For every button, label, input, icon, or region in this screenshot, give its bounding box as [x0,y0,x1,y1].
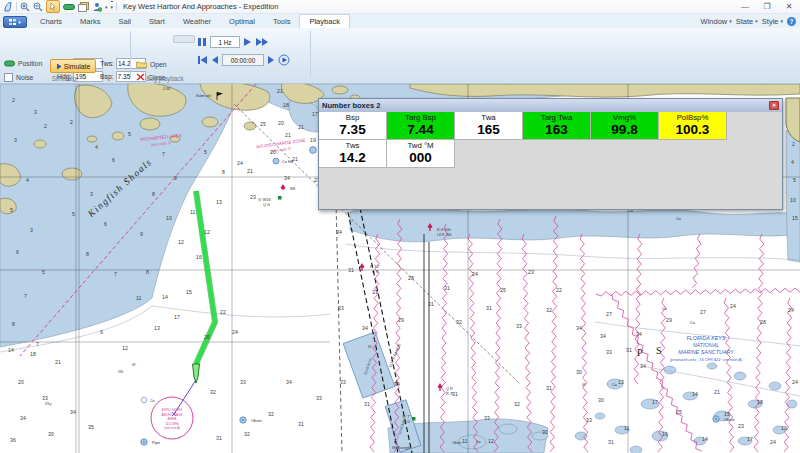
group-label-simulator: Simulator [20,75,110,82]
tab-marks[interactable]: Marks [71,14,109,28]
number-box-bsp[interactable]: Bsp7.35 [319,112,387,140]
loop-play-button[interactable] [278,54,290,66]
maximize-button[interactable]: ❐ [756,0,778,13]
playback-rate-box[interactable]: 1 Hz [210,36,240,48]
svg-text:33: 33 [240,379,246,385]
svg-text:31: 31 [372,289,378,295]
qat-customize-icon[interactable]: ▾ [111,1,114,13]
title-bar[interactable]: ▾ ▾ Key West Harbor And Approaches - Exp… [0,0,800,14]
tab-playback[interactable]: Playback [299,14,349,28]
menu-style[interactable]: Style▾ [762,17,783,26]
number-box-label: PolBsp% [659,112,726,122]
svg-text:33: 33 [340,379,346,385]
svg-text:13: 13 [154,325,160,331]
number-box-tws[interactable]: Tws14.2 [319,140,387,168]
divider [16,2,17,11]
tab-weather[interactable]: Weather [174,14,220,28]
svg-text:21: 21 [292,156,298,162]
number-box-label: Bsp [319,112,386,122]
svg-text:33: 33 [586,417,592,423]
skip-to-start-button[interactable] [197,55,208,65]
number-boxes-panel[interactable]: Number boxes 2 ✕ Bsp7.35Targ Bsp7.44Twa1… [318,98,783,210]
tab-start[interactable]: Start [140,14,174,28]
number-box-label: Twd °M [387,140,454,150]
number-box-value: 7.44 [387,122,454,139]
number-box-label: Tws [319,140,386,150]
user-settings-icon[interactable] [92,1,102,12]
svg-text:5: 5 [793,177,796,183]
svg-text:31: 31 [298,421,304,427]
svg-text:Pipe: Pipe [152,440,161,445]
tab-optimal[interactable]: Optimal [220,14,264,28]
position-toggle[interactable]: Position [4,60,42,67]
svg-text:2: 2 [792,141,795,147]
svg-text:7: 7 [114,271,117,277]
step-back-button[interactable] [211,55,219,65]
svg-text:31: 31 [428,301,434,307]
boat-track-icon[interactable] [63,1,75,12]
menu-state[interactable]: State▾ [736,17,758,26]
svg-text:34: 34 [20,415,26,421]
minimize-button[interactable]: — [734,0,756,13]
play-button[interactable] [243,37,252,47]
charts-layer-icon[interactable] [78,1,89,12]
number-box-polbsp-[interactable]: PolBsp%100.3 [659,112,727,140]
close-button[interactable]: ✕ [778,0,800,13]
help-button[interactable]: ? [787,17,796,26]
svg-text:25: 25 [500,287,506,293]
panel-close-button[interactable]: ✕ [769,101,779,110]
number-box-twd-m[interactable]: Twd °M000 [387,140,455,168]
playback-time-box[interactable]: 00:00:00 [222,54,264,66]
svg-text:9: 9 [100,329,103,335]
zoom-in-icon[interactable] [20,1,30,12]
svg-text:16: 16 [662,431,668,437]
svg-text:Q G: Q G [403,420,410,424]
fast-forward-button[interactable] [255,37,269,47]
svg-text:EXPLOSIVES: EXPLOSIVES [162,408,184,412]
svg-text:24: 24 [730,303,736,309]
number-boxes-titlebar[interactable]: Number boxes 2 ✕ [319,99,782,112]
svg-text:9: 9 [140,231,143,237]
svg-text:12: 12 [178,239,184,245]
svg-text:23: 23 [528,269,534,275]
svg-text:18: 18 [283,102,289,108]
svg-text:36: 36 [10,437,16,443]
svg-text:Subm pile: Subm pile [196,94,211,98]
number-box-value: 14.2 [319,150,386,167]
svg-text:21: 21 [298,124,304,130]
svg-text:12: 12 [204,229,210,235]
step-forward-button[interactable] [267,55,275,65]
number-box-vmg-[interactable]: Vmg%99.8 [591,112,659,140]
svg-text:R G 30ft: R G 30ft [437,228,450,232]
svg-text:33: 33 [42,395,48,401]
svg-text:34: 34 [336,229,342,235]
svg-text:13: 13 [618,379,624,385]
chevron-down-icon: ▾ [18,19,21,25]
svg-text:20: 20 [278,120,284,126]
tab-sail[interactable]: Sail [110,14,141,28]
svg-text:21: 21 [55,359,61,365]
qat-dropdown-icon[interactable]: ▾ [105,1,108,12]
svg-text:G 'W16': G 'W16' [258,198,272,202]
number-box-targ-bsp[interactable]: Targ Bsp7.44 [387,112,455,140]
pause-button[interactable] [197,37,207,47]
simulate-button[interactable]: Simulate [50,59,96,73]
number-box-value: 7.35 [319,122,386,139]
number-box-twa[interactable]: Twa165 [455,112,523,140]
svg-text:3: 3 [90,191,93,197]
svg-text:17: 17 [747,436,753,442]
app-menu-button[interactable]: ▾ [3,16,27,28]
pan-tool-icon[interactable] [46,0,60,13]
number-box-targ-twa[interactable]: Targ Twa163 [523,112,591,140]
menu-window[interactable]: Window▾ [701,17,732,26]
svg-text:8: 8 [86,251,89,257]
svg-text:28: 28 [408,275,414,281]
svg-text:10: 10 [790,197,796,203]
zoom-out-icon[interactable] [33,1,43,12]
open-log-button[interactable]: Open [136,60,167,68]
tab-charts[interactable]: Charts [31,14,71,28]
tab-tools[interactable]: Tools [264,14,300,28]
number-box-value: 100.3 [659,122,726,139]
svg-text:Lfl R 16ft: Lfl R 16ft [437,233,451,237]
number-box-value: 99.8 [591,122,658,139]
